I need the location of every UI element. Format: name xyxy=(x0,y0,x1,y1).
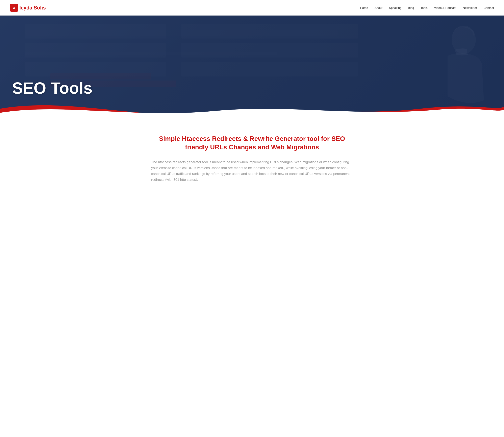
main-content: Simple Htaccess Redirects & Rewrite Gene… xyxy=(141,120,363,195)
hero-wave xyxy=(0,97,504,120)
nav-newsletter[interactable]: Newsletter xyxy=(463,6,477,10)
logo-text: leyda Solis xyxy=(19,5,46,11)
nav-blog[interactable]: Blog xyxy=(408,6,414,10)
nav-tools[interactable]: Tools xyxy=(421,6,427,10)
section-body: The htaccess redirects generator tool is… xyxy=(151,159,353,183)
main-nav: Home About Speaking Blog Tools Video & P… xyxy=(360,6,494,10)
hero-title: SEO Tools xyxy=(12,80,93,96)
nav-home[interactable]: Home xyxy=(360,6,368,10)
logo-icon: a xyxy=(10,4,18,12)
hero-section: SEO Tools xyxy=(0,16,504,120)
nav-video-podcast[interactable]: Video & Podcast xyxy=(434,6,456,10)
logo-link[interactable]: a leyda Solis xyxy=(10,4,46,12)
hero-content: SEO Tools xyxy=(12,80,93,96)
nav-speaking[interactable]: Speaking xyxy=(389,6,402,10)
section-title: Simple Htaccess Redirects & Rewrite Gene… xyxy=(151,135,353,151)
nav-about[interactable]: About xyxy=(375,6,382,10)
nav-contact[interactable]: Contact xyxy=(484,6,494,10)
site-header: a leyda Solis Home About Speaking Blog T… xyxy=(0,0,504,16)
